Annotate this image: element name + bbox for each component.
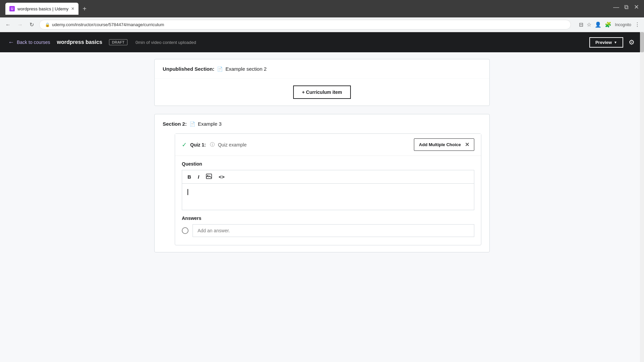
- question-label: Question: [182, 161, 474, 167]
- unpublished-label: Unpublished Section:: [163, 66, 214, 72]
- cast-icon[interactable]: ⊟: [579, 21, 583, 28]
- unpublished-section-header: Unpublished Section: 📄 Example section 2: [155, 59, 489, 79]
- new-tab-btn[interactable]: +: [80, 5, 89, 13]
- restore-btn[interactable]: ⧉: [624, 5, 629, 9]
- quiz-check-icon: ✓: [182, 141, 187, 148]
- browser-tabs: U wordpress basics | Udemy ✕ +: [5, 3, 639, 15]
- close-quiz-icon[interactable]: ✕: [465, 141, 469, 148]
- refresh-btn[interactable]: ↻: [28, 20, 35, 29]
- preview-btn[interactable]: Preview ▼: [589, 37, 623, 48]
- answers-label: Answers: [182, 216, 474, 221]
- tab-title: wordpress basics | Udemy: [17, 6, 68, 11]
- preview-arrow-icon: ▼: [614, 41, 617, 44]
- curriculum-item-btn[interactable]: + Curriculum item: [293, 85, 351, 99]
- bold-btn[interactable]: B: [186, 173, 193, 180]
- back-to-courses-link[interactable]: ← Back to courses: [8, 39, 50, 46]
- main-content: Unpublished Section: 📄 Example section 2…: [154, 52, 490, 267]
- quiz-info-icon: ⓘ: [210, 142, 215, 148]
- editor-toolbar: B I <>: [182, 170, 474, 183]
- italic-btn[interactable]: I: [197, 173, 201, 180]
- browser-toolbar-icons: ⊟ ☆ 👤 🧩 Incognito ⋮: [579, 21, 640, 28]
- address-bar[interactable]: 🔒 udemy.com/instructor/course/5784474/ma…: [39, 20, 571, 29]
- main-scroll-area[interactable]: Unpublished Section: 📄 Example section 2…: [0, 52, 644, 362]
- video-info: 0min of video content uploaded: [136, 40, 196, 45]
- url-text: udemy.com/instructor/course/5784474/mana…: [52, 22, 164, 27]
- address-bar-row: ← → ↻ 🔒 udemy.com/instructor/course/5784…: [0, 17, 644, 32]
- tab-favicon: U: [9, 6, 15, 11]
- extensions-icon[interactable]: 🧩: [605, 21, 611, 28]
- editor-cursor: [187, 189, 188, 195]
- code-btn[interactable]: <>: [217, 173, 226, 180]
- bookmark-icon[interactable]: ☆: [587, 21, 591, 28]
- minimize-btn[interactable]: —: [614, 5, 619, 9]
- app-header: ← Back to courses wordpress basics DRAFT…: [0, 32, 644, 52]
- answer-input[interactable]: [193, 224, 474, 237]
- lock-icon: 🔒: [45, 22, 50, 27]
- add-multiple-choice-btn[interactable]: Add Multiple Choice ✕: [414, 138, 474, 151]
- active-tab[interactable]: U wordpress basics | Udemy ✕: [5, 3, 78, 15]
- question-area: Question B I: [175, 156, 481, 245]
- incognito-label: Incognito: [615, 22, 631, 27]
- menu-icon[interactable]: ⋮: [635, 21, 640, 28]
- section2-label: Section 2:: [163, 121, 187, 127]
- quiz-title: Quiz 1:: [190, 142, 206, 147]
- image-btn[interactable]: [205, 173, 213, 181]
- unpublished-section-body: + Curriculum item: [155, 79, 489, 106]
- section-doc-icon: 📄: [217, 66, 223, 72]
- section2-name: Example 3: [198, 121, 222, 127]
- scrollbar-track: [640, 32, 644, 362]
- course-title: wordpress basics: [57, 39, 102, 45]
- section2-doc-icon: 📄: [190, 121, 195, 127]
- browser-chrome: U wordpress basics | Udemy ✕ + — ⧉ ✕: [0, 0, 644, 17]
- draft-badge: DRAFT: [109, 39, 127, 45]
- answer-row: [182, 224, 474, 237]
- settings-btn[interactable]: ⚙: [627, 37, 636, 48]
- section2-card: Section 2: 📄 Example 3 ✓ Quiz 1: ⓘ Quiz …: [154, 114, 490, 252]
- back-btn[interactable]: ←: [4, 20, 12, 29]
- tab-close-btn[interactable]: ✕: [71, 6, 74, 11]
- close-btn[interactable]: ✕: [634, 5, 639, 9]
- question-editor-body[interactable]: [182, 183, 474, 210]
- section2-header: Section 2: 📄 Example 3: [155, 114, 489, 133]
- profile-icon[interactable]: 👤: [595, 21, 601, 28]
- unpublished-section-card: Unpublished Section: 📄 Example section 2…: [154, 59, 490, 106]
- image-icon: [206, 174, 212, 179]
- scrollbar-thumb[interactable]: [640, 32, 644, 52]
- back-arrow-icon: ←: [8, 39, 14, 46]
- quiz-item-header: ✓ Quiz 1: ⓘ Quiz example Add Multiple Ch…: [175, 134, 481, 156]
- back-to-courses-label: Back to courses: [17, 40, 50, 45]
- answer-radio-btn[interactable]: [182, 227, 189, 234]
- quiz-example: Quiz example: [218, 142, 247, 147]
- unpublished-section-name: Example section 2: [225, 66, 267, 72]
- forward-btn[interactable]: →: [16, 20, 24, 29]
- header-actions: Preview ▼ ⚙: [589, 37, 636, 48]
- quiz-item: ✓ Quiz 1: ⓘ Quiz example Add Multiple Ch…: [175, 133, 481, 245]
